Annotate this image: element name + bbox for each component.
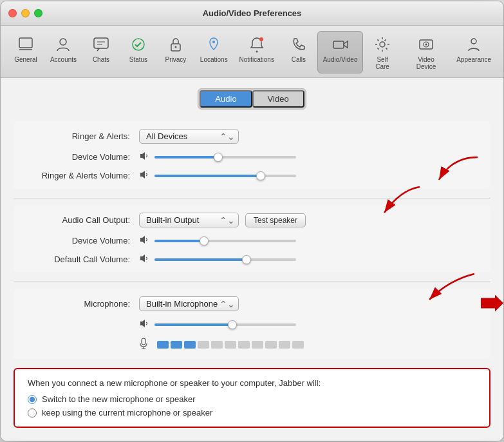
svg-point-10 [256,51,257,53]
locations-label: Locations [200,56,228,63]
calls-label: Calls [292,56,306,63]
svg-point-9 [212,41,215,43]
close-button[interactable] [8,9,17,17]
accounts-label: Accounts [50,56,77,63]
tab-bar: Audio Video [14,88,490,110]
content-area: Audio Video Ringer & Alerts: All Devices… [1,78,503,441]
audio-output-select-wrapper: Built-in Output ⌃⌄ [139,213,239,227]
ringer-volume-control [139,170,478,181]
default-call-volume-track[interactable] [154,258,296,261]
svg-marker-26 [140,320,145,327]
radio-keep[interactable] [28,408,37,418]
right-arrow-annotation [481,294,503,314]
window-controls [8,9,42,17]
ringer-select[interactable]: All Devices [139,129,239,144]
mic-level-row [26,338,478,351]
mic-bar-5 [211,341,223,349]
ringer-volume-track[interactable] [154,175,296,177]
device-volume-icon [139,151,151,162]
mic-level-bars [157,341,304,349]
svg-point-2 [60,39,66,45]
svg-rect-3 [94,38,108,48]
tab-audio[interactable]: Audio [200,90,252,108]
toolbar-appearance[interactable]: Appearance [451,31,497,73]
default-call-volume-control [139,254,478,265]
ringer-volume-slider-wrapper [139,170,296,181]
output-device-volume-label: Device Volume: [26,236,139,245]
status-icon [128,34,149,55]
audio-video-icon [330,34,351,55]
default-call-volume-icon [139,254,151,265]
audio-call-output-label: Audio Call Output: [26,215,139,225]
mic-slider-track[interactable] [154,323,296,326]
ringer-alerts-row: Ringer & Alerts: All Devices ⌃⌄ [26,129,478,144]
preferences-window: Audio/Video Preferences General Accounts [0,1,504,441]
tab-group: Audio Video [198,88,306,110]
toolbar-calls[interactable]: Calls [280,31,317,73]
svg-point-13 [380,42,385,47]
output-device-volume-control [139,235,478,246]
status-label: Status [129,56,147,63]
window-title: Audio/Video Preferences [203,8,302,18]
microphone-select[interactable]: Built-in Microphone [139,296,239,311]
radio-switch[interactable] [28,395,37,404]
maximize-button[interactable] [34,9,42,17]
svg-rect-0 [19,38,32,48]
toolbar-audio-video[interactable]: Audio/Video [317,31,364,73]
toolbar-locations[interactable]: Locations [194,31,234,73]
notifications-label: Notifications [239,56,274,63]
mic-bar-7 [238,341,250,349]
radio-switch-label[interactable]: Switch to the new microphone or speaker [42,394,195,404]
general-label: General [14,56,37,63]
mic-icon [139,338,148,351]
toolbar-video-device[interactable]: Video Device [402,31,451,73]
device-volume-row: Device Volume: [26,151,478,162]
device-volume-track[interactable] [154,156,296,159]
svg-marker-22 [140,236,145,244]
tab-video[interactable]: Video [252,90,304,108]
svg-point-16 [425,44,427,46]
toolbar-chats[interactable]: Chats [82,31,120,73]
toolbar-notifications[interactable]: Notifications [234,31,280,73]
ringer-volume-icon [139,170,151,181]
locations-icon [203,34,224,55]
ringer-alerts-label: Ringer & Alerts: [26,131,139,141]
toolbar-privacy[interactable]: Privacy [157,31,194,73]
mic-select-wrapper: Built-in Microphone ⌃⌄ [139,296,239,311]
mic-bar-1 [157,341,169,349]
output-volume-icon [139,235,151,246]
mic-slider-wrapper [139,319,296,330]
appearance-label: Appearance [456,56,491,63]
output-volume-track[interactable] [154,240,296,242]
output-form: Audio Call Output: Built-in Output ⌃⌄ Te… [14,205,490,273]
svg-marker-18 [140,152,145,160]
svg-point-17 [471,39,476,44]
toolbar-status[interactable]: Status [120,31,157,73]
microphone-label: Microphone: [26,299,139,309]
toolbar-selfcare[interactable]: Self Care [363,31,402,73]
microphone-row: Microphone: Built-in Microphone ⌃⌄ [26,296,478,311]
svg-rect-12 [333,41,344,48]
notifications-icon [247,34,267,55]
selfcare-icon [372,34,393,55]
radio-keep-label[interactable]: keep using the current microphone or spe… [42,408,212,418]
toolbar-general[interactable]: General [7,31,44,73]
audio-call-output-row: Audio Call Output: Built-in Output ⌃⌄ Te… [26,213,478,227]
test-speaker-button[interactable]: Test speaker [245,213,306,227]
section-divider-1 [14,198,490,198]
output-volume-slider-wrapper [139,235,296,246]
ringer-control: All Devices ⌃⌄ [139,129,478,144]
chats-label: Chats [93,56,109,63]
audio-output-select[interactable]: Built-in Output [139,213,239,227]
toolbar-accounts[interactable]: Accounts [44,31,82,73]
general-icon [15,34,36,55]
mic-bar-10 [279,341,290,349]
svg-point-11 [259,37,263,41]
section-divider-2 [14,282,490,282]
svg-marker-19 [140,171,145,178]
default-call-volume-label: Default Call Volume: [26,255,139,264]
minimize-button[interactable] [21,9,30,17]
selfcare-label: Self Care [369,56,396,70]
svg-rect-27 [142,338,145,345]
mic-form: Microphone: Built-in Microphone ⌃⌄ [14,289,490,359]
